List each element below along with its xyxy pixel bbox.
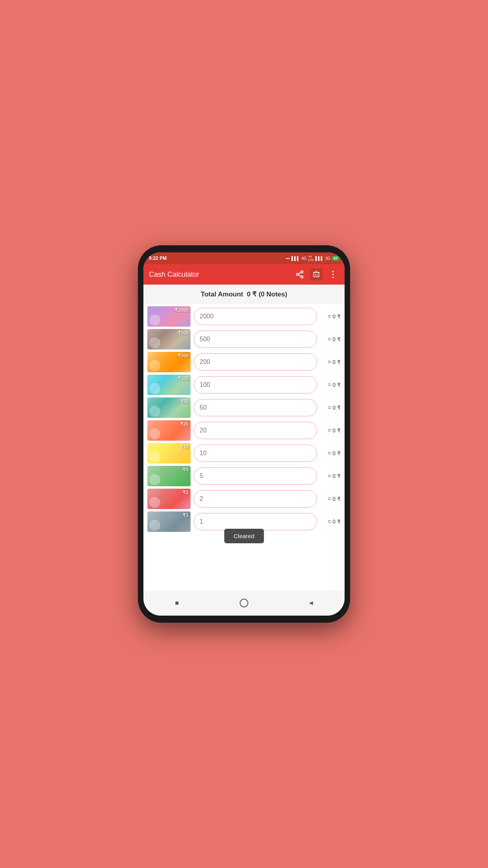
note-result-2: = 0 ₹ <box>320 496 341 502</box>
network-3g: 3G <box>325 256 330 261</box>
note-gandhi-portrait <box>149 474 160 485</box>
note-input-20[interactable] <box>194 422 317 439</box>
volte-label: VoLTE <box>308 255 314 262</box>
note-input-500[interactable] <box>194 331 317 348</box>
note-gandhi-portrait <box>149 314 160 326</box>
svg-point-12 <box>332 276 334 278</box>
svg-line-3 <box>299 275 301 276</box>
svg-point-0 <box>301 271 303 273</box>
notes-list: ₹2000= 0 ₹₹500= 0 ₹₹200= 0 ₹₹100= 0 ₹₹50… <box>143 304 345 590</box>
note-denomination-label: ₹20 <box>180 421 189 427</box>
note-image-5: ₹5 <box>147 466 191 486</box>
signal-dots: ••• <box>286 256 290 261</box>
note-result-5: = 0 ₹ <box>320 473 341 479</box>
status-icons: ••• ▌▌▌ 4G VoLTE ▌▌▌ 3G 47 <box>286 255 339 262</box>
note-gandhi-portrait <box>149 497 160 508</box>
note-row: ₹2000= 0 ₹ <box>147 306 341 327</box>
phone-frame: 9:22 PM ••• ▌▌▌ 4G VoLTE ▌▌▌ 3G 47 Cash … <box>138 245 350 623</box>
note-row: ₹500= 0 ₹ <box>147 329 341 349</box>
phone-screen: 9:22 PM ••• ▌▌▌ 4G VoLTE ▌▌▌ 3G 47 Cash … <box>143 252 345 616</box>
note-row: ₹20= 0 ₹ <box>147 420 341 441</box>
note-denomination-label: ₹100 <box>178 376 189 381</box>
note-result-100: = 0 ₹ <box>320 382 341 388</box>
note-denomination-label: ₹200 <box>178 353 189 359</box>
note-result-1: = 0 ₹ <box>320 519 341 525</box>
note-image-2000: ₹2000 <box>147 306 191 327</box>
svg-line-4 <box>299 272 301 274</box>
signal-bars-2: ▌▌▌ <box>315 256 323 261</box>
note-image-20: ₹20 <box>147 420 191 441</box>
note-result-2000: = 0 ₹ <box>320 313 341 320</box>
svg-point-2 <box>301 276 303 278</box>
note-row: ₹5= 0 ₹ <box>147 466 341 486</box>
note-result-500: = 0 ₹ <box>320 336 341 342</box>
total-amount-section: Total Amount 0 ₹ (0 Notes) <box>143 285 345 304</box>
signal-bars-1: ▌▌▌ <box>292 256 300 261</box>
note-image-50: ₹50 <box>147 397 191 418</box>
note-denomination-label: ₹1 <box>183 513 189 518</box>
app-title: Cash Calculator <box>149 270 290 279</box>
svg-point-1 <box>297 273 299 276</box>
status-bar: 9:22 PM ••• ▌▌▌ 4G VoLTE ▌▌▌ 3G 47 <box>143 252 345 264</box>
note-row: ₹10= 0 ₹ <box>147 443 341 463</box>
share-button[interactable] <box>294 268 306 281</box>
note-result-50: = 0 ₹ <box>320 405 341 411</box>
note-input-2000[interactable] <box>194 308 317 325</box>
note-input-200[interactable] <box>194 353 317 371</box>
note-gandhi-portrait <box>149 383 160 394</box>
note-result-10: = 0 ₹ <box>320 450 341 456</box>
note-image-200: ₹200 <box>147 352 191 372</box>
note-row: ₹200= 0 ₹ <box>147 352 341 372</box>
note-input-2[interactable] <box>194 490 317 508</box>
note-image-1: ₹1 <box>147 511 191 532</box>
note-row: ₹100= 0 ₹ <box>147 375 341 395</box>
note-gandhi-portrait <box>149 360 160 371</box>
note-row: ₹2= 0 ₹ <box>147 489 341 509</box>
status-time: 9:22 PM <box>149 256 167 261</box>
note-result-200: = 0 ₹ <box>320 359 341 365</box>
note-gandhi-portrait <box>149 428 160 440</box>
network-4g: 4G <box>301 256 306 261</box>
note-denomination-label: ₹2 <box>183 490 189 495</box>
more-menu-button[interactable] <box>327 268 339 281</box>
battery-indicator: 47 <box>332 256 339 261</box>
nav-back-button[interactable]: ◄ <box>304 596 318 610</box>
svg-point-10 <box>332 271 334 272</box>
note-row: ₹50= 0 ₹ <box>147 397 341 418</box>
note-denomination-label: ₹5 <box>183 467 189 473</box>
navigation-bar: ■ ◄ <box>143 590 345 616</box>
note-image-500: ₹500 <box>147 329 191 349</box>
note-input-10[interactable] <box>194 445 317 462</box>
note-image-2: ₹2 <box>147 489 191 509</box>
note-image-10: ₹10 <box>147 443 191 463</box>
note-gandhi-portrait <box>149 337 160 348</box>
note-input-50[interactable] <box>194 399 317 416</box>
note-result-20: = 0 ₹ <box>320 427 341 434</box>
note-image-100: ₹100 <box>147 375 191 395</box>
note-gandhi-portrait <box>149 451 160 462</box>
note-denomination-label: ₹2000 <box>175 307 189 313</box>
note-gandhi-portrait <box>149 406 160 417</box>
note-input-5[interactable] <box>194 467 317 485</box>
total-amount-text: Total Amount 0 ₹ (0 Notes) <box>201 291 287 298</box>
note-input-100[interactable] <box>194 376 317 394</box>
nav-home-button[interactable] <box>237 596 251 610</box>
note-denomination-label: ₹50 <box>180 399 189 404</box>
note-denomination-label: ₹500 <box>178 330 189 336</box>
nav-recents-button[interactable]: ■ <box>170 596 184 610</box>
note-denomination-label: ₹10 <box>180 444 189 450</box>
note-gandhi-portrait <box>149 520 160 531</box>
toast-cleared: Cleared <box>224 529 264 543</box>
note-input-1[interactable] <box>194 513 317 530</box>
svg-point-11 <box>332 274 334 275</box>
app-bar: Cash Calculator <box>143 264 345 285</box>
svg-rect-5 <box>314 272 319 277</box>
clear-button[interactable] <box>310 268 323 281</box>
